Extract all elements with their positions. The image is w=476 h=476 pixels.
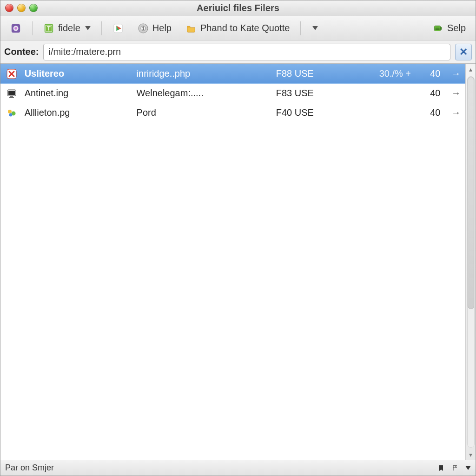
list-item[interactable]: Uslitereo inriridge..php F88 USE 30./% +… [0, 64, 465, 84]
location-input[interactable]: i/mite:/matere.prn [43, 44, 450, 60]
phand-button[interactable]: Phand to Kate Quotte [180, 20, 295, 37]
document-t-icon [43, 23, 54, 34]
folder-icon [185, 23, 197, 34]
svg-point-18 [9, 113, 12, 116]
item-value: 40 [417, 107, 440, 118]
chevron-down-icon [85, 26, 91, 30]
arrow-right-icon: → [447, 88, 461, 99]
item-desc: inriridge..php [137, 68, 270, 79]
close-window-button[interactable] [5, 4, 13, 12]
error-x-icon [5, 68, 18, 79]
help-label: Help [152, 23, 172, 33]
content-area: Uslitereo inriridge..php F88 USE 30./% +… [0, 64, 476, 460]
play-button[interactable] [107, 20, 129, 37]
status-text: Par on Smjer [5, 463, 54, 473]
svg-point-16 [8, 110, 12, 113]
location-bar: Contee: i/mite:/matere.prn ✕ [0, 40, 476, 64]
scroll-down-button[interactable]: ▾ [466, 450, 476, 460]
close-icon: ✕ [459, 46, 468, 58]
selp-label: Selp [447, 23, 466, 33]
clear-location-button[interactable]: ✕ [455, 44, 472, 60]
scroll-thumb[interactable] [468, 77, 474, 309]
item-code: F83 USE [276, 88, 354, 99]
app-icon [10, 23, 21, 34]
svg-text:1: 1 [142, 26, 145, 31]
minimize-window-button[interactable] [17, 4, 26, 12]
window-controls [5, 4, 38, 12]
scroll-track[interactable] [467, 76, 475, 448]
play-icon [112, 23, 124, 34]
bookmark-icon[interactable] [436, 463, 446, 473]
gear-badge-icon: 1 [138, 23, 149, 34]
chevron-down-icon [312, 26, 318, 30]
arrow-right-icon: → [447, 107, 461, 118]
svg-rect-15 [9, 97, 14, 98]
svg-point-2 [14, 27, 17, 30]
chevron-down-icon[interactable] [465, 466, 471, 470]
fidele-menu-button[interactable]: fidele [38, 20, 96, 37]
scroll-up-button[interactable]: ▴ [466, 64, 476, 74]
item-value: 40 [417, 88, 440, 99]
battery-icon [432, 23, 443, 34]
item-code: F40 USE [276, 107, 354, 118]
flag-icon[interactable] [450, 463, 460, 473]
toolbar-separator [101, 21, 102, 35]
item-desc: Pord [137, 107, 270, 118]
help-button[interactable]: 1 Help [132, 20, 177, 37]
toolbar: fidele 1 Help Phand to Kate Quotte [0, 16, 476, 40]
titlebar: Aeriuicl files Filers [0, 0, 476, 16]
list-item[interactable]: Antinet.ing Welnelegam:..... F83 USE 40 … [0, 84, 465, 103]
window-title: Aeriuicl files Filers [197, 3, 279, 13]
people-icon [5, 107, 18, 119]
zoom-window-button[interactable] [29, 4, 38, 12]
fidele-label: fidele [58, 23, 80, 33]
item-code: F88 USE [276, 68, 354, 79]
svg-rect-10 [440, 27, 442, 30]
item-extra: 30./% + [361, 68, 411, 79]
status-bar: Par on Smjer [0, 460, 476, 476]
svg-rect-13 [8, 91, 15, 95]
file-list[interactable]: Uslitereo inriridge..php F88 USE 30./% +… [0, 64, 465, 460]
overflow-menu-button[interactable] [306, 20, 323, 37]
toolbar-separator [300, 21, 301, 35]
item-desc: Welnelegam:..... [137, 88, 270, 99]
vertical-scrollbar[interactable]: ▴ ▾ [465, 64, 476, 460]
phand-label: Phand to Kate Quotte [200, 23, 290, 33]
location-label: Contee: [4, 46, 39, 57]
arrow-right-icon: → [447, 68, 461, 79]
list-item[interactable]: Alllieton.pg Pord F40 USE 40 → [0, 103, 465, 123]
toolbar-separator [32, 21, 33, 35]
selp-button[interactable]: Selp [427, 20, 471, 37]
monitor-icon [5, 88, 18, 99]
location-value: i/mite:/matere.prn [48, 46, 121, 57]
item-name: Uslitereo [25, 68, 130, 79]
app-window: Aeriuicl files Filers fidele 1 [0, 0, 476, 476]
item-name: Antinet.ing [25, 88, 130, 99]
item-name: Alllieton.pg [25, 107, 130, 118]
svg-rect-14 [10, 96, 13, 97]
item-value: 40 [417, 68, 440, 79]
app-menu-button[interactable] [5, 20, 26, 37]
